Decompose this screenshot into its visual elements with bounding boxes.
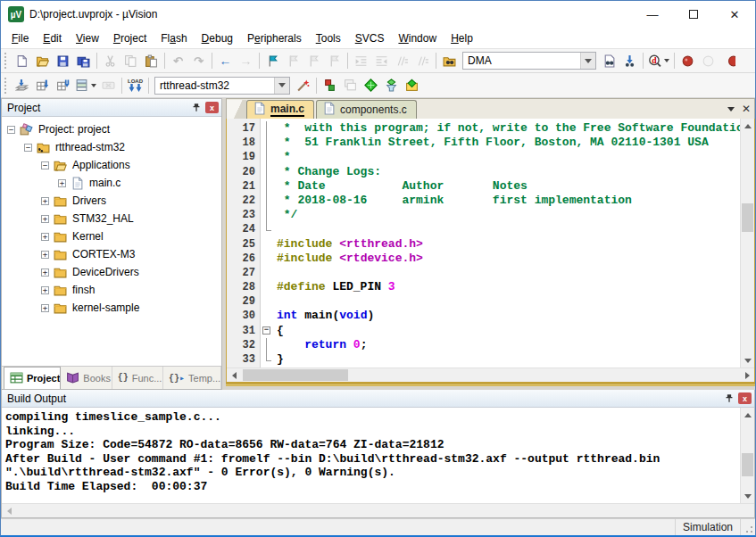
rebuild-all-button[interactable] (53, 76, 73, 95)
uncomment-selection-button[interactable] (412, 51, 433, 70)
tree-item-kernel-sample[interactable]: +kernel-sample (2, 299, 221, 317)
menu-peripherals[interactable]: Peripherals (240, 29, 309, 47)
menu-project[interactable]: Project (106, 29, 154, 47)
editor-tab-components-c[interactable]: components.c (316, 100, 417, 119)
batch-build-button[interactable] (73, 76, 98, 95)
expand-icon[interactable]: + (41, 286, 49, 294)
tree-item-main-c[interactable]: +main.c (2, 174, 221, 192)
editor-vertical-scrollbar[interactable] (740, 119, 754, 368)
navigate-forward-button[interactable]: → (236, 51, 256, 70)
panel-tab-project[interactable]: Project (4, 367, 61, 389)
minimize-button[interactable]: — (632, 1, 673, 28)
translate-file-button[interactable] (12, 76, 32, 95)
collapse-icon[interactable]: − (41, 161, 49, 169)
collapse-icon[interactable]: − (7, 126, 15, 134)
tree-item-kernel[interactable]: +Kernel (2, 227, 221, 245)
run-to-line-debug-caret-icon[interactable] (664, 59, 669, 62)
target-combo-dropdown-button[interactable] (274, 78, 289, 94)
editor-vscroll-thumb[interactable] (742, 203, 753, 232)
menu-tools[interactable]: Tools (309, 29, 348, 47)
new-file-button[interactable] (12, 51, 32, 70)
expand-icon[interactable]: + (41, 304, 49, 312)
resize-grip[interactable] (741, 519, 755, 535)
tree-item-rtthread-stm32[interactable]: −rtthread-stm32 (2, 138, 221, 156)
find-in-files-dialog-button[interactable] (599, 51, 619, 70)
menu-debug[interactable]: Debug (195, 29, 240, 47)
download-to-flash-button[interactable]: LOAD (125, 76, 145, 95)
editor-tab-main-c[interactable]: main.c (246, 100, 314, 119)
tree-item-stm32-hal[interactable]: +STM32_HAL (2, 210, 221, 227)
tree-item-finsh[interactable]: +finsh (2, 281, 221, 299)
scroll-left-button[interactable] (2, 504, 16, 518)
pin-icon[interactable] (722, 392, 736, 405)
bookmark-toggle-button[interactable] (262, 51, 283, 70)
menu-file[interactable]: File (4, 29, 36, 47)
build-output-close-button[interactable]: x (738, 392, 752, 404)
multi-project-workspace-button[interactable] (340, 76, 361, 95)
disable-all-breakpoints-button[interactable] (719, 51, 739, 70)
menu-flash[interactable]: Flash (154, 29, 194, 47)
maximize-button[interactable] (673, 1, 714, 28)
redo-button[interactable]: ↷ (188, 51, 209, 70)
scroll-up-button[interactable] (741, 119, 755, 133)
collapse-icon[interactable]: − (24, 144, 32, 152)
menu-svcs[interactable]: SVCS (348, 29, 392, 47)
manage-run-time-environment-button[interactable] (361, 76, 381, 95)
editor-horizontal-scrollbar[interactable] (227, 368, 754, 382)
close-button[interactable]: ✕ (714, 1, 755, 28)
toolbar-grip[interactable] (4, 78, 9, 94)
manage-components-button[interactable] (320, 76, 340, 95)
tab-list-dropdown-icon[interactable] (727, 107, 735, 112)
select-software-packs-button[interactable] (381, 76, 402, 95)
enable-disable-breakpoint-button[interactable] (698, 51, 719, 70)
build-output-vertical-scrollbar[interactable] (740, 408, 754, 503)
expand-icon[interactable]: + (41, 215, 49, 223)
toolbar-grip[interactable] (4, 53, 9, 69)
paste-button[interactable] (141, 51, 162, 70)
expand-icon[interactable]: + (41, 268, 49, 277)
scroll-down-button[interactable] (741, 489, 755, 503)
menu-edit[interactable]: Edit (36, 29, 69, 47)
editor-hscroll-thumb[interactable] (243, 369, 348, 381)
tree-item-drivers[interactable]: +Drivers (2, 192, 221, 210)
fold-mark[interactable]: − (261, 324, 273, 338)
tree-item-applications[interactable]: −Applications (2, 156, 221, 174)
scroll-right-button[interactable] (740, 368, 754, 383)
panel-tab-func[interactable]: {}Func... (112, 367, 163, 389)
scroll-up-button[interactable] (741, 408, 755, 422)
expand-icon[interactable]: + (58, 179, 66, 187)
search-combo[interactable]: DMA (462, 52, 596, 70)
scroll-left-button[interactable] (227, 368, 241, 383)
insert-remove-breakpoint-button[interactable] (677, 51, 698, 70)
expand-icon[interactable]: + (41, 233, 49, 241)
incremental-find-button[interactable] (619, 51, 640, 70)
bookmark-next-button[interactable] (283, 51, 303, 70)
bookmark-prev-button[interactable] (303, 51, 324, 70)
code-area[interactable]: 1718192021222324252627282930313233 − * w… (227, 119, 754, 368)
pack-installer-button[interactable] (402, 76, 422, 95)
expand-icon[interactable]: + (41, 197, 49, 205)
menu-view[interactable]: View (69, 29, 106, 47)
undo-button[interactable]: ↶ (168, 51, 188, 70)
scroll-down-button[interactable] (741, 353, 755, 368)
build-target-button[interactable] (32, 76, 53, 95)
stop-build-button[interactable] (98, 76, 119, 95)
tree-item-devicedrivers[interactable]: +DeviceDrivers (2, 263, 221, 281)
build-vscroll-thumb[interactable] (742, 453, 753, 476)
open-file-button[interactable] (32, 51, 53, 70)
menu-window[interactable]: Window (391, 29, 444, 47)
save-button[interactable] (53, 51, 73, 70)
indent-left-button[interactable] (371, 51, 392, 70)
expand-icon[interactable]: + (41, 251, 49, 259)
cut-button[interactable] (100, 51, 120, 70)
tree-item-cortex-m3[interactable]: +CORTEX-M3 (2, 245, 221, 263)
build-output-text[interactable]: compiling timeslice_sample.c...linking..… (2, 408, 740, 503)
search-combo-dropdown-button[interactable] (580, 53, 595, 69)
build-output-horizontal-scrollbar[interactable] (2, 503, 754, 517)
find-in-files-button[interactable] (439, 51, 460, 70)
target-combo[interactable]: rtthread-stm32 (154, 77, 290, 95)
copy-button[interactable] (120, 51, 141, 70)
save-all-button[interactable] (73, 51, 94, 70)
code-text[interactable]: * with this program; if not, write to th… (273, 119, 740, 368)
fold-margin[interactable]: − (261, 119, 273, 368)
